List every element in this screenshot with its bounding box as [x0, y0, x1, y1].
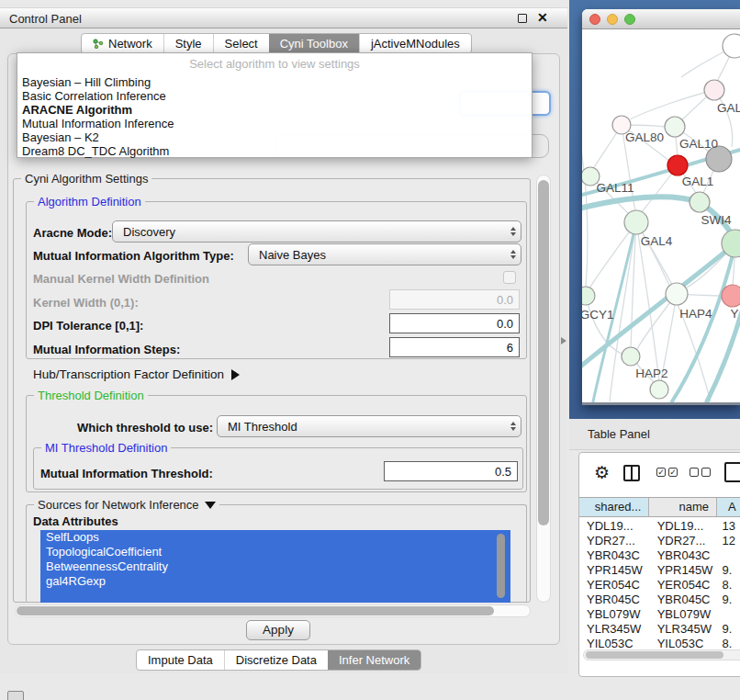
mi-threshold-definition-title: MI Threshold Definition	[41, 441, 171, 455]
network-node-gcy1[interactable]	[582, 287, 595, 305]
data-attribute-item[interactable]: TopologicalCoefficient	[40, 545, 510, 559]
tab-style[interactable]: Style	[163, 34, 213, 53]
network-node-hap4[interactable]	[666, 283, 688, 305]
table-row[interactable]: YDR27...YDR27...12	[579, 534, 740, 548]
panel-divider-handle[interactable]	[561, 337, 566, 344]
close-panel-button[interactable]: ✕	[537, 10, 548, 25]
kernel-width-field[interactable]	[389, 289, 520, 310]
control-panel-titlebar: Control Panel ✕	[0, 7, 567, 28]
network-node[interactable]	[650, 380, 668, 399]
network-node-label: GAL1	[682, 175, 714, 188]
algorithm-option[interactable]: Bayesian – K2	[17, 130, 532, 144]
table-horizontal-scrollbar-thumb[interactable]	[586, 651, 723, 659]
network-node-gal[interactable]	[704, 80, 724, 100]
close-window-icon[interactable]	[589, 14, 600, 25]
mi-steps-field[interactable]	[389, 337, 520, 357]
algorithm-option[interactable]: ARACNE Algorithm	[17, 103, 532, 117]
table-cell: 8.	[718, 578, 740, 593]
table-cell: YER054C	[579, 578, 650, 593]
data-attribute-item[interactable]: SelfLoops	[40, 530, 510, 545]
mi-threshold-field[interactable]	[384, 461, 518, 481]
column-header-partial[interactable]: A	[717, 498, 740, 516]
network-edge	[630, 90, 714, 119]
aracne-mode-select[interactable]: Discovery	[112, 220, 521, 243]
hub-tf-expander[interactable]: Hub/Transcription Factor Definition	[33, 367, 240, 381]
table-row[interactable]: YIL053CYIL053C8.	[579, 637, 740, 648]
table-horizontal-scrollbar[interactable]	[583, 649, 740, 660]
table-cell: YBR045C	[650, 593, 718, 607]
table-row[interactable]: YER054CYER054C8.	[579, 578, 740, 593]
column-header-name[interactable]: name	[649, 498, 717, 516]
table-row[interactable]: YBR045CYBR045C9.	[579, 593, 740, 607]
algorithm-option[interactable]: Bayesian – Hill Climbing	[17, 75, 532, 89]
data-attribute-item[interactable]: gal4RGexp	[40, 574, 510, 589]
data-attribute-item[interactable]: BetweennessCentrality	[40, 559, 510, 574]
network-node-swi4[interactable]	[690, 192, 710, 212]
mi-threshold-label: Mutual Information Threshold:	[40, 467, 213, 480]
network-node-hap2[interactable]	[622, 347, 640, 366]
network-node-label: GAL4	[641, 234, 673, 248]
network-node-gal4[interactable]	[624, 210, 648, 234]
network-canvas[interactable]: GALGAL80GAL10GAL1GAL11SWI4GAL4GCY1HAP4YH…	[582, 29, 740, 402]
column-header-shared[interactable]: shared...	[579, 498, 649, 516]
kernel-width-label: Kernel Width (0,1):	[33, 296, 139, 310]
tab-network[interactable]: Network	[82, 34, 163, 53]
tab-network-label: Network	[108, 37, 152, 51]
threshold-definition-title: Threshold Definition	[34, 389, 148, 402]
table-row[interactable]: YLR345WYLR345W9.	[579, 622, 740, 637]
table-row[interactable]: YBL079WYBL079W	[579, 607, 740, 622]
network-node-label: SWI4	[701, 213, 731, 227]
algorithm-option[interactable]: Mutual Information Inference	[17, 117, 532, 130]
minimize-window-icon[interactable]	[607, 14, 618, 25]
apply-button[interactable]: Apply	[246, 620, 310, 640]
table-cell: 9.	[718, 622, 740, 637]
hub-tf-expander-label: Hub/Transcription Factor Definition	[33, 367, 224, 381]
tab-cyni-toolbox[interactable]: Cyni Toolbox	[269, 34, 359, 53]
table-cell: YBL079W	[579, 607, 650, 622]
network-icon	[93, 39, 104, 49]
cyni-algorithm-settings-title: Cyni Algorithm Settings	[21, 172, 151, 186]
table-card: ⚙ ✓✓ shared... name A YDL19...YDL19...13…	[578, 452, 740, 677]
table-cell: 9.	[718, 593, 740, 607]
table-cell: 12	[718, 534, 740, 548]
table-row[interactable]: YBR043CYBR043C	[579, 548, 740, 563]
tab-select[interactable]: Select	[213, 34, 269, 53]
table-row[interactable]: YDL19...YDL19...13	[579, 519, 740, 534]
settings-vertical-scrollbar-thumb[interactable]	[538, 180, 549, 525]
gear-icon[interactable]: ⚙	[594, 462, 610, 483]
attributes-scrollbar-thumb[interactable]	[497, 534, 505, 598]
tab-impute-data[interactable]: Impute Data	[137, 650, 224, 670]
zoom-window-icon[interactable]	[624, 14, 635, 25]
network-node-label: GAL10	[679, 137, 718, 151]
network-node-label: GAL80	[625, 130, 664, 144]
network-node[interactable]	[723, 34, 740, 58]
table-toolbar: ⚙ ✓✓	[579, 453, 740, 495]
which-threshold-select[interactable]: MI Threshold	[217, 415, 521, 437]
network-node-gal10[interactable]	[665, 117, 685, 137]
deselect-all-icon[interactable]	[690, 468, 711, 477]
table-panel-header: Table Panel	[569, 419, 740, 450]
float-window-button[interactable]	[518, 14, 527, 23]
tab-jactivemnodules[interactable]: jActiveMNodules	[359, 34, 471, 53]
table-cell	[718, 607, 740, 622]
network-node-y[interactable]	[722, 285, 740, 307]
algorithm-option[interactable]: Basic Correlation Inference	[17, 89, 532, 103]
table-header-row: shared... name A	[579, 497, 740, 517]
tab-infer-network[interactable]: Infer Network	[328, 650, 420, 670]
columns-icon[interactable]	[623, 465, 640, 481]
mi-algorithm-type-select[interactable]: Naive Bayes	[248, 243, 521, 265]
table-row[interactable]: YPR145WYPR145W9.	[579, 563, 740, 578]
settings-horizontal-scrollbar-thumb[interactable]	[17, 606, 494, 615]
dpi-tolerance-field[interactable]	[389, 313, 520, 333]
tab-discretize-data[interactable]: Discretize Data	[224, 650, 328, 670]
manual-kernel-width-checkbox[interactable]	[503, 271, 516, 284]
algorithm-dropdown-prompt: Select algorithm to view settings	[17, 53, 532, 75]
algorithm-option[interactable]: Dream8 DC_TDC Algorithm	[17, 144, 532, 158]
manual-kernel-width-label: Manual Kernel Width Definition	[33, 272, 209, 286]
aracne-mode-label: Aracne Mode:	[33, 226, 112, 240]
select-all-icon[interactable]: ✓✓	[656, 468, 678, 477]
collapsed-panel-icon[interactable]	[7, 691, 24, 700]
aracne-mode-value: Discovery	[113, 225, 505, 239]
network-node-gal1[interactable]	[667, 155, 688, 175]
new-table-icon[interactable]	[724, 462, 740, 482]
